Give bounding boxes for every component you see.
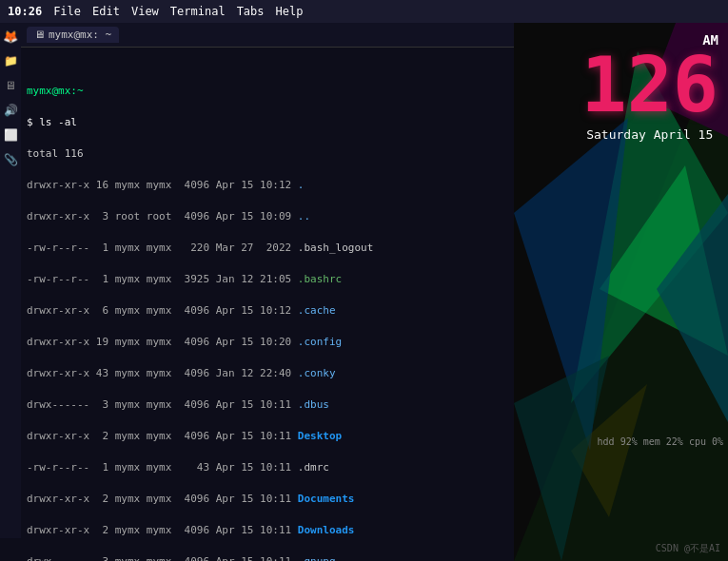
ls-row: drwxr-xr-x 43 mymx mymx 4096 Jan 12 22:4…: [27, 366, 508, 381]
system-stats: hdd 92% mem 22% cpu 0%: [598, 436, 723, 447]
ls-row: drwxr-xr-x 2 mymx mymx 4096 Apr 15 10:11…: [27, 429, 508, 444]
ls-row: drwxr-xr-x 3 root root 4096 Apr 15 10:09…: [27, 209, 508, 224]
ls-row: drwx------ 3 mymx mymx 4096 Apr 15 10:11…: [27, 397, 508, 413]
sidebar-icon-terminal[interactable]: 🖥: [3, 78, 18, 93]
menu-help[interactable]: Help: [276, 5, 304, 18]
menu-tabs[interactable]: Tabs: [237, 5, 265, 18]
sidebar-icon-firefox[interactable]: 🦊: [3, 29, 18, 44]
ls-row: -rw-r--r-- 1 mymx mymx 3925 Jan 12 21:05…: [27, 272, 508, 287]
sidebar-icon-clip[interactable]: 📎: [3, 152, 18, 167]
menu-edit[interactable]: Edit: [92, 5, 120, 18]
terminal-tab[interactable]: 🖥 mymx@mx: ~: [27, 27, 119, 43]
right-panel: AM 126 Saturday April 15 hdd 92% mem 22%…: [514, 23, 728, 561]
terminal-window[interactable]: 🖥 mymx@mx: ~ mymx@mx:~ $ ls -al total 11…: [0, 23, 514, 561]
clock-time-display: 126: [581, 48, 719, 124]
cmd-line: $ ls -al: [27, 115, 508, 130]
terminal-tabbar: 🖥 mymx@mx: ~: [21, 23, 514, 48]
terminal-tab-label: mymx@mx: ~: [49, 29, 111, 41]
clock-time-menu: 10:26: [8, 5, 42, 18]
terminal-tab-icon: 🖥: [34, 29, 45, 41]
ls-row: drwxr-xr-x 6 mymx mymx 4096 Apr 15 10:12…: [27, 303, 508, 319]
terminal-content: mymx@mx:~ $ ls -al total 116 drwxr-xr-x …: [21, 48, 514, 561]
clock-display: AM 126 Saturday April 15: [581, 32, 719, 142]
sidebar-icons: 🦊 📁 🖥 🔊 ⬜ 📎: [0, 23, 21, 538]
menu-terminal[interactable]: Terminal: [170, 5, 226, 18]
ls-row: drwxr-xr-x 19 mymx mymx 4096 Apr 15 10:2…: [27, 335, 508, 350]
menu-view[interactable]: View: [131, 5, 159, 18]
stats-text: hdd 92% mem 22% cpu 0%: [598, 436, 723, 447]
ls-row: drwx------ 3 mymx mymx 4096 Apr 15 10:11…: [27, 554, 508, 561]
ls-row: drwxr-xr-x 2 mymx mymx 4096 Apr 15 10:11…: [27, 523, 508, 538]
prompt-line: mymx@mx:~: [27, 84, 508, 99]
sidebar-icon-sound[interactable]: 🔊: [3, 103, 18, 118]
menu-file[interactable]: File: [53, 5, 81, 18]
sidebar-icon-desktop[interactable]: ⬜: [3, 127, 18, 143]
menu-bar: 10:26 File Edit View Terminal Tabs Help: [0, 0, 728, 23]
ls-row: -rw-r--r-- 1 mymx mymx 43 Apr 15 10:11 .…: [27, 460, 508, 475]
watermark: CSDN @不是AI: [656, 542, 720, 555]
ls-row: drwxr-xr-x 16 mymx mymx 4096 Apr 15 10:1…: [27, 178, 508, 193]
ls-row: -rw-r--r-- 1 mymx mymx 220 Mar 27 2022 .…: [27, 241, 508, 256]
total-line: total 116: [27, 146, 508, 162]
sidebar-icon-folder[interactable]: 📁: [3, 53, 18, 68]
ls-row: drwxr-xr-x 2 mymx mymx 4096 Apr 15 10:11…: [27, 492, 508, 507]
main-area: 🦊 📁 🖥 🔊 ⬜ 📎 🖥 mymx@mx: ~ mymx@mx:~ $ ls …: [0, 23, 728, 561]
clock-date-display: Saturday April 15: [581, 127, 719, 142]
